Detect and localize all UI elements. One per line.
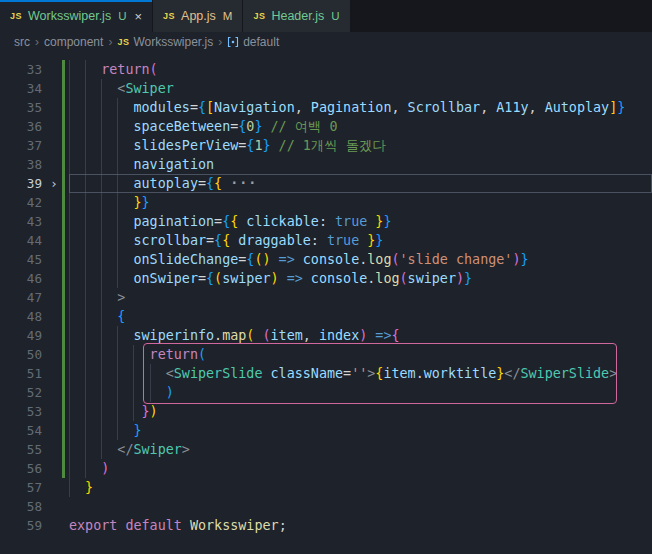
line-number[interactable]: 57 [0, 478, 46, 497]
code-line-56[interactable]: 56) [0, 459, 652, 478]
line-number[interactable]: 56 [0, 459, 46, 478]
code-token: [ [206, 100, 214, 115]
code-token: Navigation [214, 100, 295, 115]
fold-chevron-icon[interactable]: › [46, 174, 62, 193]
line-number[interactable]: 35 [0, 98, 46, 117]
code-line-35[interactable]: 35modules={[Navigation, Pagination, Scro… [0, 98, 652, 117]
breadcrumb-symbol-default[interactable]: default [243, 35, 279, 49]
tab-header-js[interactable]: JS Header.js U [243, 0, 350, 32]
breadcrumb-separator: › [218, 35, 222, 49]
code-line-51[interactable]: 51<SwiperSlide className=''>{item.workti… [0, 364, 652, 383]
line-number[interactable]: 34 [0, 79, 46, 98]
code-token: spaceBetween [133, 119, 230, 134]
code-line-54[interactable]: 54} [0, 421, 652, 440]
git-added-indicator [62, 383, 65, 402]
code-token: } [142, 195, 150, 210]
code-line-36[interactable]: 36spaceBetween={0} // 여백 0 [0, 117, 652, 136]
code-token: worktitle [424, 366, 497, 381]
code-token: ; [279, 518, 287, 533]
line-number[interactable]: 39 [0, 174, 46, 193]
line-number[interactable]: 43 [0, 212, 46, 231]
line-number[interactable]: 38 [0, 155, 46, 174]
line-number[interactable]: 48 [0, 307, 46, 326]
indent-guides [69, 98, 133, 117]
code-token: { [391, 328, 399, 343]
close-icon[interactable]: × [134, 10, 142, 23]
code-line-59[interactable]: 59export default Worksswiper; [0, 516, 652, 535]
line-number[interactable]: 50 [0, 345, 46, 364]
code-token: ) [271, 271, 279, 286]
code-line-45[interactable]: 45onSlideChange={() => console.log('slid… [0, 250, 652, 269]
code-text: } [69, 421, 652, 440]
indent-guides [69, 345, 150, 364]
code-line-48[interactable]: 48{ [0, 307, 652, 326]
breadcrumb-component[interactable]: component [44, 35, 103, 49]
line-number[interactable]: 52 [0, 383, 46, 402]
line-number[interactable]: 46 [0, 269, 46, 288]
git-status-badge: U [331, 10, 339, 22]
code-editor[interactable]: 33return(34<Swiper35modules={[Navigation… [0, 52, 652, 554]
code-line-47[interactable]: 47> [0, 288, 652, 307]
code-line-38[interactable]: 38navigation [0, 155, 652, 174]
code-line-55[interactable]: 55</Swiper> [0, 440, 652, 459]
line-number[interactable]: 54 [0, 421, 46, 440]
code-line-52[interactable]: 52) [0, 383, 652, 402]
code-text: slidesPerView={1} // 1개씩 돌겠다 [69, 136, 652, 155]
code-text: scrollbar={{ draggable: true }} [69, 231, 652, 250]
code-text: swiperinfo.map( (item, index) =>{ [69, 326, 652, 345]
code-token: ) [262, 252, 270, 267]
indent-guides [69, 212, 133, 231]
breadcrumb-separator: › [108, 35, 112, 49]
git-added-indicator [62, 174, 65, 193]
git-status-badge: U [118, 10, 126, 22]
line-number[interactable]: 51 [0, 364, 46, 383]
code-line-44[interactable]: 44scrollbar={{ draggable: true }} [0, 231, 652, 250]
code-line-33[interactable]: 33return( [0, 60, 652, 79]
code-line-42[interactable]: 42}} [0, 193, 652, 212]
code-token: return [150, 347, 198, 362]
code-line-39[interactable]: 39›autoplay={{ ··· [0, 174, 652, 193]
line-number[interactable]: 53 [0, 402, 46, 421]
code-line-58[interactable]: 58 [0, 497, 652, 516]
git-added-indicator [62, 98, 65, 117]
indent-guides [69, 288, 117, 307]
indent-guides [69, 326, 133, 345]
code-line-37[interactable]: 37slidesPerView={1} // 1개씩 돌겠다 [0, 136, 652, 155]
tab-app-js[interactable]: JS App.js M [153, 0, 243, 32]
line-number[interactable]: 49 [0, 326, 46, 345]
line-number[interactable]: 36 [0, 117, 46, 136]
code-line-46[interactable]: 46onSwiper={(swiper) => console.log(swip… [0, 269, 652, 288]
code-line-50[interactable]: 50return( [0, 345, 652, 364]
line-number[interactable]: 42 [0, 193, 46, 212]
tab-worksswiper-js[interactable]: JS Worksswiper.js U × [0, 0, 153, 32]
code-line-57[interactable]: 57} [0, 478, 652, 497]
folded-code-badge[interactable]: ··· [230, 176, 257, 191]
breadcrumb-src[interactable]: src [14, 35, 30, 49]
code-token: swiperinfo [133, 328, 214, 343]
js-file-icon: JS [117, 37, 129, 47]
line-number[interactable]: 44 [0, 231, 46, 250]
line-number[interactable]: 58 [0, 497, 46, 516]
breadcrumb-file[interactable]: Worksswiper.js [133, 35, 213, 49]
line-number[interactable]: 59 [0, 516, 46, 535]
vscode-window: JS Worksswiper.js U × JS App.js M JS Hea… [0, 0, 652, 554]
code-token: clickable [246, 214, 319, 229]
code-line-34[interactable]: 34<Swiper [0, 79, 652, 98]
fold-slot [46, 136, 62, 155]
indent-guides [69, 440, 117, 459]
line-number[interactable]: 47 [0, 288, 46, 307]
code-token: export [69, 518, 117, 533]
code-line-49[interactable]: 49swiperinfo.map( (item, index) =>{ [0, 326, 652, 345]
code-token: } [383, 214, 391, 229]
line-number[interactable]: 45 [0, 250, 46, 269]
code-token: log [367, 252, 391, 267]
line-number[interactable]: 55 [0, 440, 46, 459]
code-line-43[interactable]: 43pagination={{ clickable: true }} [0, 212, 652, 231]
git-added-indicator [62, 250, 65, 269]
line-number[interactable]: 37 [0, 136, 46, 155]
code-line-53[interactable]: 53}) [0, 402, 652, 421]
code-text: ) [69, 383, 652, 402]
code-text: return( [69, 60, 652, 79]
code-token [262, 366, 270, 381]
line-number[interactable]: 33 [0, 60, 46, 79]
